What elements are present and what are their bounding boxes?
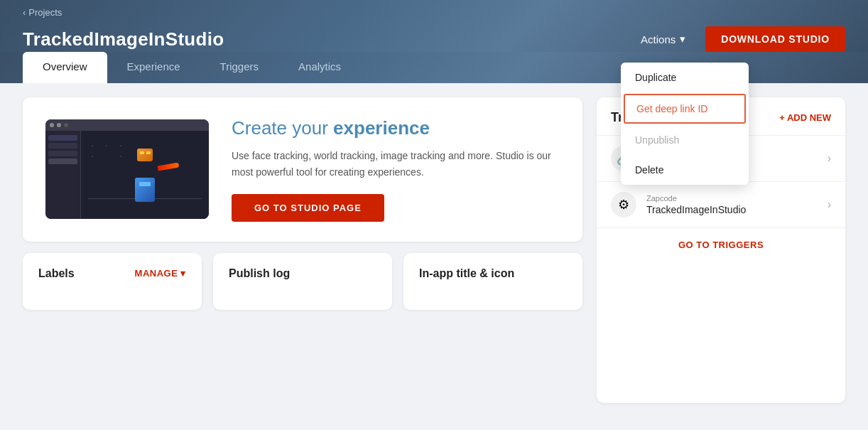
labels-card: Labels MANAGE ▾ bbox=[23, 253, 202, 310]
in-app-title-label: In-app title & icon bbox=[419, 267, 514, 280]
dropdown-item-deep-link[interactable]: Get deep link ID bbox=[624, 94, 746, 124]
experience-card-title: Create your experience bbox=[232, 117, 560, 139]
publish-log-card: Publish log bbox=[213, 253, 392, 310]
dropdown-item-delete[interactable]: Delete bbox=[621, 155, 749, 185]
experience-info: Create your experience Use face tracking… bbox=[232, 117, 560, 222]
bottom-cards: Labels MANAGE ▾ Publish log In-app title… bbox=[23, 253, 582, 310]
header-actions: Actions ▾ DOWNLOAD STUDIO bbox=[632, 26, 845, 52]
actions-button[interactable]: Actions ▾ bbox=[632, 27, 694, 51]
back-arrow-icon: ‹ bbox=[23, 7, 26, 18]
trigger-name-zapcode: TrackedImageInStudio bbox=[646, 204, 818, 215]
in-app-title-card: In-app title & icon bbox=[403, 253, 582, 310]
actions-label: Actions bbox=[641, 33, 676, 45]
go-to-triggers-button[interactable]: GO TO TRIGGERS bbox=[597, 227, 845, 262]
actions-dropdown: Duplicate Get deep link ID Unpublish Del… bbox=[621, 63, 749, 185]
dropdown-item-duplicate[interactable]: Duplicate bbox=[621, 63, 749, 92]
breadcrumb[interactable]: ‹ Projects bbox=[23, 0, 845, 21]
publish-log-title: Publish log bbox=[229, 267, 290, 280]
tab-analytics[interactable]: Analytics bbox=[278, 52, 361, 83]
chevron-right-icon-2: › bbox=[828, 198, 831, 211]
actions-chevron-icon: ▾ bbox=[680, 33, 685, 45]
labels-title: Labels bbox=[38, 267, 75, 280]
tab-overview[interactable]: Overview bbox=[23, 52, 107, 83]
zapcode-icon: ⚙ bbox=[611, 192, 636, 217]
studio-screenshot bbox=[45, 119, 209, 219]
robot-illustration bbox=[124, 149, 166, 202]
add-new-trigger-button[interactable]: + ADD NEW bbox=[779, 112, 831, 123]
trigger-item-zapcode[interactable]: ⚙ Zapcode TrackedImageInStudio › bbox=[597, 181, 845, 227]
experience-card: Create your experience Use face tracking… bbox=[23, 97, 582, 242]
dropdown-item-unpublish: Unpublish bbox=[621, 125, 749, 155]
experience-description: Use face tracking, world tracking, image… bbox=[232, 148, 560, 180]
tab-experience[interactable]: Experience bbox=[107, 52, 200, 83]
breadcrumb-label: Projects bbox=[28, 7, 62, 18]
download-studio-button[interactable]: DOWNLOAD STUDIO bbox=[705, 26, 845, 52]
tab-triggers[interactable]: Triggers bbox=[200, 52, 278, 83]
trigger-type-zapcode: Zapcode bbox=[646, 194, 818, 203]
manage-labels-button[interactable]: MANAGE ▾ bbox=[135, 268, 186, 279]
chevron-right-icon: › bbox=[828, 152, 831, 165]
page-title: TrackedImageInStudio bbox=[23, 28, 224, 50]
go-to-studio-button[interactable]: GO TO STUDIO PAGE bbox=[232, 194, 384, 222]
left-panel: Create your experience Use face tracking… bbox=[23, 97, 582, 403]
